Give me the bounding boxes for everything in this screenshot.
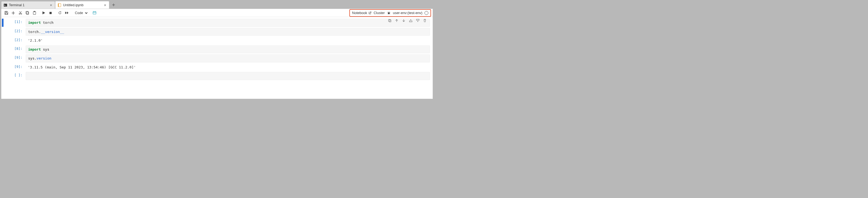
cell-type-select[interactable]: Code: [73, 10, 88, 16]
move-down-button[interactable]: [401, 18, 407, 24]
svg-point-13: [388, 12, 390, 14]
svg-rect-14: [389, 20, 391, 22]
input-prompt: [8]:: [5, 46, 24, 51]
svg-rect-16: [409, 21, 412, 22]
open-notebook-link[interactable]: Notebook: [352, 11, 372, 15]
tab-label: Terminal 1: [9, 3, 48, 7]
svg-rect-3: [5, 11, 7, 12]
cell-selection-gutter: [2, 63, 3, 71]
cell-input[interactable]: import torch: [26, 19, 430, 27]
bug-icon: [387, 11, 391, 15]
tab-label: Untitled.ipynb: [63, 3, 102, 7]
input-prompt: [2]:: [5, 28, 24, 33]
kernel-label: user-env:(test-env): [393, 11, 422, 15]
input-prompt: [9]:: [5, 54, 24, 59]
svg-rect-12: [93, 11, 96, 14]
code-cell[interactable]: [ ]:: [2, 72, 430, 80]
input-prompt: [ ]:: [5, 72, 24, 77]
code-cell[interactable]: [9]:sys.version: [2, 54, 430, 62]
svg-rect-4: [5, 13, 7, 15]
move-up-button[interactable]: [394, 18, 400, 24]
notebook-panel: Code Notebook Cluster user-env:(test-env: [1, 9, 433, 99]
cell-input[interactable]: import sys: [26, 46, 430, 54]
stop-button[interactable]: [47, 10, 54, 16]
cell-input[interactable]: torch.__version__: [26, 28, 430, 36]
output-prompt: [9]:: [5, 63, 24, 69]
svg-rect-2: [58, 3, 59, 6]
cell-selection-gutter: [2, 72, 3, 80]
render-button[interactable]: [91, 10, 98, 16]
external-link-icon: [368, 11, 372, 15]
duplicate-cell-button[interactable]: [387, 18, 393, 24]
run-button[interactable]: [40, 10, 47, 16]
notebook-cells-area[interactable]: [1]:import torch[2]:torch.__version__[2]…: [1, 17, 433, 99]
kernel-name[interactable]: user-env:(test-env): [393, 11, 422, 15]
notebook-label: Notebook: [352, 11, 367, 15]
cut-button[interactable]: [17, 10, 24, 16]
svg-rect-17: [416, 19, 419, 20]
paste-button[interactable]: [31, 10, 38, 16]
code-cell[interactable]: [8]:import sys: [2, 46, 430, 54]
cell-selection-gutter: [2, 19, 3, 27]
close-icon[interactable]: ×: [103, 3, 107, 7]
cell-action-bar: [387, 18, 428, 24]
cell-selection-gutter: [2, 28, 3, 36]
input-prompt: [1]:: [5, 19, 24, 24]
debug-button[interactable]: [387, 11, 391, 15]
add-tab-button[interactable]: [110, 2, 117, 8]
notebook-icon: [58, 3, 61, 7]
output-prompt: [2]:: [5, 37, 24, 42]
insert-above-button[interactable]: [408, 18, 414, 24]
copy-button[interactable]: [24, 10, 31, 16]
cluster-label: Cluster: [374, 11, 385, 15]
code-cell[interactable]: [2]:torch.__version__: [2, 28, 430, 36]
insert-below-button[interactable]: [415, 18, 421, 24]
svg-rect-11: [50, 12, 52, 14]
cluster-link[interactable]: Cluster: [374, 11, 385, 15]
code-cell[interactable]: [1]:import torch: [2, 19, 430, 27]
terminal-icon: [3, 3, 7, 7]
svg-rect-0: [4, 3, 7, 6]
cell-output-row: [2]:'2.1.0': [2, 37, 430, 45]
svg-rect-15: [389, 20, 391, 22]
kernel-status-region: Notebook Cluster user-env:(test-env): [349, 9, 431, 17]
cell-selection-gutter: [2, 54, 3, 62]
kernel-status-indicator[interactable]: [425, 11, 428, 15]
cell-selection-gutter: [2, 37, 3, 45]
cell-input[interactable]: [26, 72, 430, 80]
cell-output: '2.1.0': [26, 37, 430, 45]
tab-bar: Terminal 1 × Untitled.ipynb ×: [1, 1, 433, 9]
notebook-toolbar: Code Notebook Cluster user-env:(test-env: [1, 9, 433, 17]
delete-cell-button[interactable]: [422, 18, 428, 24]
cell-input[interactable]: sys.version: [26, 54, 430, 62]
restart-kernel-button[interactable]: [57, 10, 63, 16]
tab-untitled-notebook[interactable]: Untitled.ipynb ×: [55, 1, 109, 9]
insert-cell-button[interactable]: [10, 10, 17, 16]
close-icon[interactable]: ×: [49, 3, 53, 7]
cell-selection-gutter: [2, 46, 3, 54]
tab-terminal-1[interactable]: Terminal 1 ×: [1, 1, 55, 9]
cell-output-row: [9]:'3.11.5 (main, Sep 11 2023, 13:54:46…: [2, 63, 430, 71]
restart-run-all-button[interactable]: [64, 10, 70, 16]
cell-output: '3.11.5 (main, Sep 11 2023, 13:54:46) [G…: [26, 63, 430, 71]
save-button[interactable]: [3, 10, 9, 16]
